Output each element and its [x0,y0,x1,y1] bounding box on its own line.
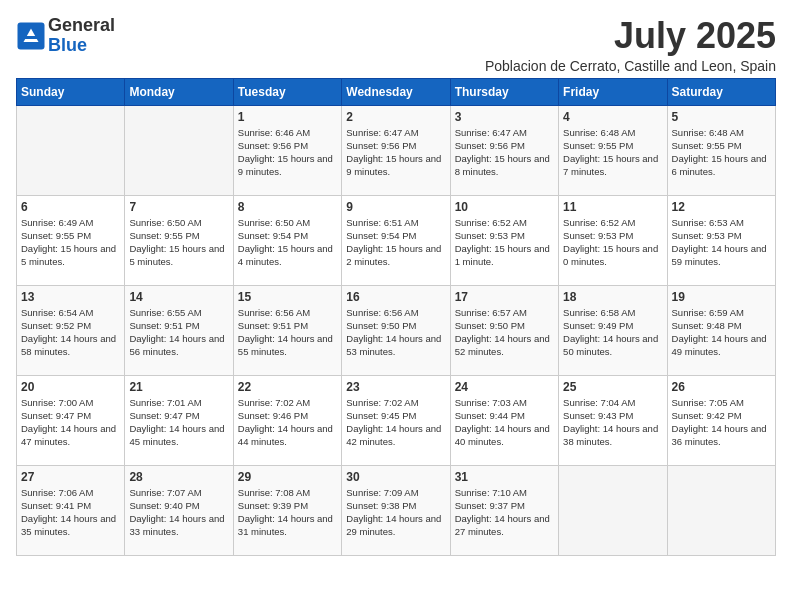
calendar-cell: 1Sunrise: 6:46 AM Sunset: 9:56 PM Daylig… [233,105,341,195]
calendar-cell: 27Sunrise: 7:06 AM Sunset: 9:41 PM Dayli… [17,465,125,555]
calendar-cell [559,465,667,555]
calendar-table: SundayMondayTuesdayWednesdayThursdayFrid… [16,78,776,556]
day-number: 11 [563,200,662,214]
day-info: Sunrise: 6:59 AM Sunset: 9:48 PM Dayligh… [672,306,771,359]
calendar-cell: 30Sunrise: 7:09 AM Sunset: 9:38 PM Dayli… [342,465,450,555]
day-info: Sunrise: 7:01 AM Sunset: 9:47 PM Dayligh… [129,396,228,449]
day-number: 8 [238,200,337,214]
day-info: Sunrise: 7:08 AM Sunset: 9:39 PM Dayligh… [238,486,337,539]
day-number: 16 [346,290,445,304]
day-info: Sunrise: 7:07 AM Sunset: 9:40 PM Dayligh… [129,486,228,539]
column-header-tuesday: Tuesday [233,78,341,105]
calendar-cell: 31Sunrise: 7:10 AM Sunset: 9:37 PM Dayli… [450,465,558,555]
calendar-cell: 16Sunrise: 6:56 AM Sunset: 9:50 PM Dayli… [342,285,450,375]
calendar-header: SundayMondayTuesdayWednesdayThursdayFrid… [17,78,776,105]
day-info: Sunrise: 7:05 AM Sunset: 9:42 PM Dayligh… [672,396,771,449]
day-info: Sunrise: 6:51 AM Sunset: 9:54 PM Dayligh… [346,216,445,269]
calendar-cell: 11Sunrise: 6:52 AM Sunset: 9:53 PM Dayli… [559,195,667,285]
day-number: 24 [455,380,554,394]
logo: General Blue [16,16,115,56]
day-number: 14 [129,290,228,304]
day-info: Sunrise: 6:52 AM Sunset: 9:53 PM Dayligh… [455,216,554,269]
month-year: July 2025 [485,16,776,56]
day-number: 28 [129,470,228,484]
svg-rect-2 [25,36,37,39]
calendar-cell: 14Sunrise: 6:55 AM Sunset: 9:51 PM Dayli… [125,285,233,375]
day-number: 30 [346,470,445,484]
day-number: 15 [238,290,337,304]
days-row: SundayMondayTuesdayWednesdayThursdayFrid… [17,78,776,105]
day-info: Sunrise: 6:50 AM Sunset: 9:55 PM Dayligh… [129,216,228,269]
title-block: July 2025 Poblacion de Cerrato, Castille… [485,16,776,74]
column-header-monday: Monday [125,78,233,105]
logo-text-general: General [48,16,115,36]
column-header-thursday: Thursday [450,78,558,105]
calendar-cell: 7Sunrise: 6:50 AM Sunset: 9:55 PM Daylig… [125,195,233,285]
day-number: 29 [238,470,337,484]
calendar-cell: 13Sunrise: 6:54 AM Sunset: 9:52 PM Dayli… [17,285,125,375]
day-info: Sunrise: 6:47 AM Sunset: 9:56 PM Dayligh… [455,126,554,179]
calendar-cell: 15Sunrise: 6:56 AM Sunset: 9:51 PM Dayli… [233,285,341,375]
day-info: Sunrise: 6:52 AM Sunset: 9:53 PM Dayligh… [563,216,662,269]
day-info: Sunrise: 7:03 AM Sunset: 9:44 PM Dayligh… [455,396,554,449]
day-number: 6 [21,200,120,214]
calendar-cell: 5Sunrise: 6:48 AM Sunset: 9:55 PM Daylig… [667,105,775,195]
week-row-5: 27Sunrise: 7:06 AM Sunset: 9:41 PM Dayli… [17,465,776,555]
day-number: 13 [21,290,120,304]
day-info: Sunrise: 6:58 AM Sunset: 9:49 PM Dayligh… [563,306,662,359]
day-number: 31 [455,470,554,484]
column-header-sunday: Sunday [17,78,125,105]
week-row-3: 13Sunrise: 6:54 AM Sunset: 9:52 PM Dayli… [17,285,776,375]
logo-general: General [48,15,115,35]
day-number: 20 [21,380,120,394]
calendar-cell: 9Sunrise: 6:51 AM Sunset: 9:54 PM Daylig… [342,195,450,285]
day-info: Sunrise: 6:56 AM Sunset: 9:50 PM Dayligh… [346,306,445,359]
day-info: Sunrise: 7:10 AM Sunset: 9:37 PM Dayligh… [455,486,554,539]
day-info: Sunrise: 6:54 AM Sunset: 9:52 PM Dayligh… [21,306,120,359]
day-number: 10 [455,200,554,214]
column-header-friday: Friday [559,78,667,105]
calendar-cell: 4Sunrise: 6:48 AM Sunset: 9:55 PM Daylig… [559,105,667,195]
day-number: 7 [129,200,228,214]
day-number: 25 [563,380,662,394]
calendar-cell [17,105,125,195]
calendar-cell: 10Sunrise: 6:52 AM Sunset: 9:53 PM Dayli… [450,195,558,285]
week-row-1: 1Sunrise: 6:46 AM Sunset: 9:56 PM Daylig… [17,105,776,195]
day-info: Sunrise: 7:02 AM Sunset: 9:46 PM Dayligh… [238,396,337,449]
day-number: 12 [672,200,771,214]
logo-blue-text: Blue [48,35,87,55]
calendar-cell: 23Sunrise: 7:02 AM Sunset: 9:45 PM Dayli… [342,375,450,465]
day-info: Sunrise: 7:06 AM Sunset: 9:41 PM Dayligh… [21,486,120,539]
calendar-cell: 18Sunrise: 6:58 AM Sunset: 9:49 PM Dayli… [559,285,667,375]
calendar-cell: 25Sunrise: 7:04 AM Sunset: 9:43 PM Dayli… [559,375,667,465]
header: General Blue July 2025 Poblacion de Cerr… [16,16,776,74]
day-info: Sunrise: 6:48 AM Sunset: 9:55 PM Dayligh… [563,126,662,179]
calendar-cell: 20Sunrise: 7:00 AM Sunset: 9:47 PM Dayli… [17,375,125,465]
calendar-cell [125,105,233,195]
day-number: 19 [672,290,771,304]
day-number: 9 [346,200,445,214]
day-number: 17 [455,290,554,304]
location: Poblacion de Cerrato, Castille and Leon,… [485,58,776,74]
logo-text-blue: Blue [48,36,115,56]
week-row-4: 20Sunrise: 7:00 AM Sunset: 9:47 PM Dayli… [17,375,776,465]
calendar-body: 1Sunrise: 6:46 AM Sunset: 9:56 PM Daylig… [17,105,776,555]
calendar-cell: 24Sunrise: 7:03 AM Sunset: 9:44 PM Dayli… [450,375,558,465]
day-number: 27 [21,470,120,484]
day-number: 18 [563,290,662,304]
day-number: 23 [346,380,445,394]
calendar-cell: 3Sunrise: 6:47 AM Sunset: 9:56 PM Daylig… [450,105,558,195]
calendar-cell: 28Sunrise: 7:07 AM Sunset: 9:40 PM Dayli… [125,465,233,555]
day-number: 3 [455,110,554,124]
day-info: Sunrise: 6:49 AM Sunset: 9:55 PM Dayligh… [21,216,120,269]
day-info: Sunrise: 6:48 AM Sunset: 9:55 PM Dayligh… [672,126,771,179]
day-info: Sunrise: 7:04 AM Sunset: 9:43 PM Dayligh… [563,396,662,449]
day-number: 4 [563,110,662,124]
day-info: Sunrise: 7:02 AM Sunset: 9:45 PM Dayligh… [346,396,445,449]
calendar-cell: 17Sunrise: 6:57 AM Sunset: 9:50 PM Dayli… [450,285,558,375]
calendar-cell: 19Sunrise: 6:59 AM Sunset: 9:48 PM Dayli… [667,285,775,375]
day-number: 2 [346,110,445,124]
calendar-cell: 22Sunrise: 7:02 AM Sunset: 9:46 PM Dayli… [233,375,341,465]
column-header-wednesday: Wednesday [342,78,450,105]
calendar-cell: 6Sunrise: 6:49 AM Sunset: 9:55 PM Daylig… [17,195,125,285]
